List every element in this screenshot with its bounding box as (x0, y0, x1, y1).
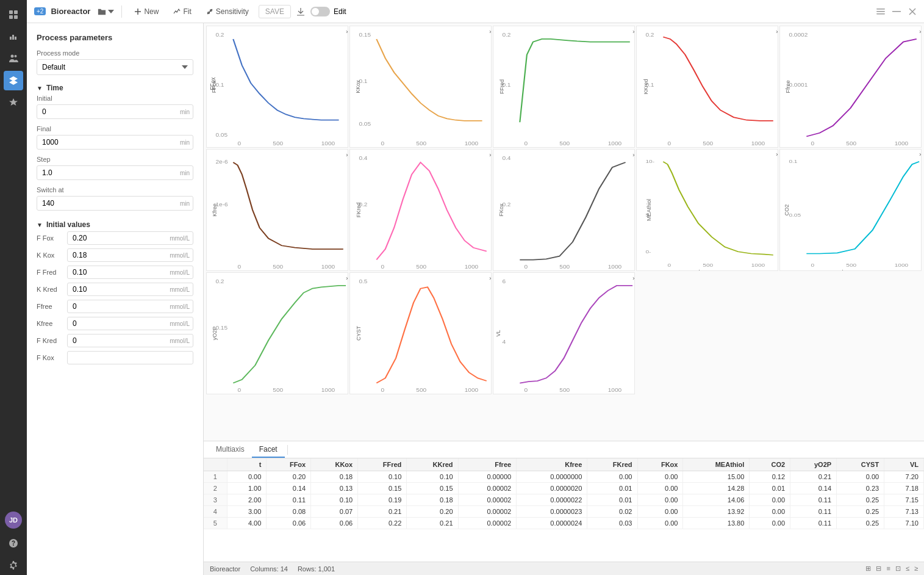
sidebar-icon-gear[interactable] (4, 555, 23, 575)
sensitivity-button[interactable]: Sensitivity (201, 5, 254, 18)
save-button[interactable]: SAVE (259, 5, 291, 18)
switch-input[interactable] (37, 196, 193, 211)
table-cell: 0.25 (837, 494, 884, 506)
final-field-group: Final min (37, 125, 193, 150)
close-icon[interactable] (908, 7, 917, 16)
iv-wrap-ffree: mmol/L (67, 300, 193, 313)
svg-text:0: 0 (381, 387, 385, 392)
left-panel: Process parameters Process mode Default … (27, 23, 204, 575)
tab-facet[interactable]: Facet (252, 442, 285, 458)
table-cell: 0.00000 (458, 471, 517, 483)
table-cell: 0.01 (587, 483, 637, 494)
table-cell: 0.21 (358, 506, 407, 518)
status-bar: Bioreactor Columns: 14 Rows: 1,001 ⊞ ⊟ ≡… (204, 562, 924, 575)
chart-meathiol: › 10- 5- 0- 0 500 1000 t MEAthiol (636, 149, 778, 271)
sidebar-icon-layers[interactable] (4, 71, 23, 90)
svg-text:1000: 1000 (608, 140, 621, 146)
status-icon-1[interactable]: ⊞ (865, 565, 871, 573)
edit-toggle[interactable]: Edit (310, 7, 346, 16)
process-mode-select[interactable]: Default (37, 59, 193, 75)
folder-btn[interactable] (98, 7, 114, 16)
table-cell: 0.21 (790, 471, 837, 483)
svg-text:1000: 1000 (751, 140, 765, 146)
chart-ffred: › 0.2 0.1 0 500 1000 FFred (493, 26, 635, 148)
iv-row-ffox: F Fox mmol/L (37, 231, 193, 245)
svg-rect-9 (876, 9, 885, 10)
table-cell: 0.00 (750, 494, 790, 506)
iv-unit-ffred: mmol/L (170, 269, 190, 276)
table-cell: 0.00002 (458, 506, 517, 518)
initial-values-header[interactable]: ▼ Initial values (37, 218, 193, 231)
table-row: 43.000.080.070.210.200.000020.00000230.0… (204, 506, 924, 518)
iv-unit-ffree: mmol/L (170, 303, 190, 310)
final-input[interactable] (37, 135, 193, 150)
switch-label: Switch at (37, 186, 193, 193)
svg-text:500: 500 (846, 263, 856, 269)
initial-input[interactable] (37, 104, 193, 119)
chart-co2: › 0.1 0.05 0 500 1000 t CO2 (779, 149, 922, 271)
status-icon-3[interactable]: ≡ (886, 565, 890, 573)
svg-text:500: 500 (703, 263, 713, 269)
svg-text:2e-6: 2e-6 (215, 159, 227, 165)
table-cell: 0.00002 (458, 483, 517, 494)
table-row: 54.000.060.060.220.210.000020.00000240.0… (204, 518, 924, 529)
iv-row-fkox: F Kox (37, 351, 193, 364)
status-icon-6[interactable]: ≥ (914, 565, 918, 573)
fit-button[interactable]: Fit (168, 5, 196, 18)
tab-multiaxis[interactable]: Multiaxis (209, 442, 252, 458)
status-icon-2[interactable]: ⊟ (876, 565, 881, 573)
sidebar-icon-star[interactable] (4, 93, 23, 112)
iv-label-kkred: K Kred (37, 286, 67, 293)
chart-label-cyst-y: CYST (356, 326, 362, 341)
time-section-header[interactable]: ▼ Time (37, 81, 193, 95)
minimize-icon[interactable] (892, 7, 901, 16)
table-cell: 0.15 (358, 483, 407, 494)
table-cell: 0.00 (637, 518, 683, 529)
sidebar-icon-avatar[interactable]: JD (5, 512, 22, 529)
menu-icon[interactable] (876, 7, 885, 16)
iv-wrap-fkred: mmol/L (67, 334, 193, 347)
edit-toggle-switch[interactable] (310, 7, 330, 16)
svg-text:0: 0 (811, 263, 815, 269)
svg-text:›: › (489, 29, 491, 35)
table-cell: 5 (204, 518, 227, 529)
table-cell: 0.21 (407, 518, 458, 529)
toolbar-title: Bioreactor (51, 7, 90, 16)
svg-text:500: 500 (273, 264, 283, 269)
table-cell: 7.13 (884, 506, 924, 518)
sidebar-icon-people[interactable] (4, 49, 23, 68)
download-icon[interactable] (296, 7, 306, 16)
table-cell: 0.06 (311, 518, 358, 529)
status-icon-5[interactable]: ≤ (906, 565, 909, 573)
time-chevron: ▼ (37, 85, 43, 92)
table-cell: 0.00 (637, 483, 683, 494)
svg-text:›: › (776, 151, 778, 157)
iv-wrap-fkox (67, 351, 193, 364)
iv-input-fkox[interactable] (67, 351, 193, 364)
table-cell: 0.23 (837, 483, 884, 494)
col-ffree: Ffree (458, 458, 517, 471)
iv-row-kkox: K Kox mmol/L (37, 248, 193, 262)
sidebar-icon-chart[interactable] (4, 27, 23, 46)
iv-unit-kkox: mmol/L (170, 252, 190, 259)
table-cell: 0.02 (587, 506, 637, 518)
new-button[interactable]: New (129, 5, 163, 18)
table-cell: 0.01 (587, 494, 637, 506)
svg-text:500: 500 (416, 387, 426, 392)
table-cell: 0.18 (311, 471, 358, 483)
svg-rect-1 (14, 10, 18, 14)
step-input[interactable] (37, 165, 193, 180)
table-cell: 0.25 (837, 506, 884, 518)
chart-label-ffox-y: FFox (211, 81, 217, 93)
iv-chevron: ▼ (37, 222, 43, 228)
table-cell: 4 (204, 506, 227, 518)
svg-text:1000: 1000 (321, 387, 335, 392)
iv-wrap-kfree: mmol/L (67, 317, 193, 330)
sidebar-icon-grid[interactable] (4, 5, 23, 24)
col-yo2p: yO2P (790, 458, 837, 471)
svg-text:500: 500 (273, 387, 283, 392)
svg-text:0.15: 0.15 (359, 32, 371, 38)
table-cell: 0.12 (750, 471, 790, 483)
sidebar-icon-question[interactable] (4, 533, 23, 553)
status-icon-4[interactable]: ⊡ (895, 565, 901, 573)
